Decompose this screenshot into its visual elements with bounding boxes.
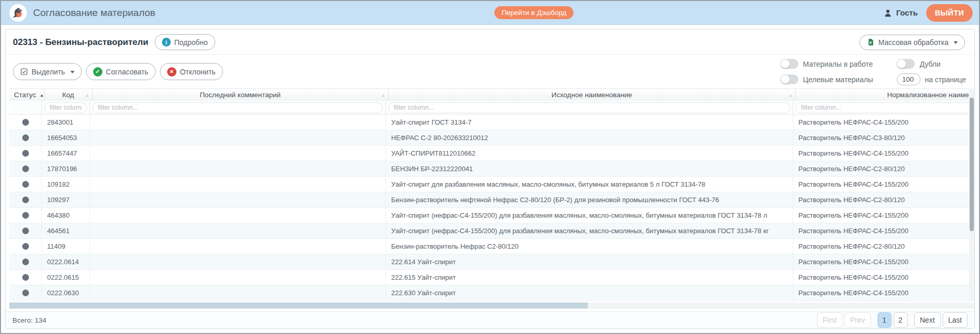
filter-input-code[interactable] [44, 102, 87, 113]
sort-asc-icon: ▲ [40, 93, 44, 98]
cell-code: 17870196 [42, 161, 90, 176]
toggle-switch-icon[interactable] [897, 59, 915, 69]
x-circle-icon: ✕ [167, 67, 176, 77]
column-header-normalized-name[interactable]: Нормализованное наименование [796, 89, 974, 101]
table-row[interactable]: 0222.0615 222.615 Уайт-спирит Растворите… [9, 270, 974, 285]
cell-code: 0222.0614 [42, 254, 90, 269]
cell-source-name: 222.614 Уайт-спирит [386, 254, 793, 269]
cell-comment [90, 177, 386, 192]
cell-comment [90, 115, 386, 130]
cell-comment [90, 239, 386, 254]
status-dot-icon [22, 274, 29, 281]
table-row[interactable]: 464380 Уайт-спирит (нефрас-С4-155/200) д… [9, 208, 974, 223]
toggle-target-materials[interactable]: Целевые материалы [780, 74, 873, 84]
go-to-dashboard-button[interactable]: Перейти в Дэшборд [494, 6, 573, 19]
status-dot-icon [22, 212, 29, 219]
cell-source-name: Бензин-растворитель Нефрас С2-80/120 [386, 239, 793, 254]
cell-status [9, 115, 42, 130]
cell-comment [90, 285, 386, 300]
select-button-label: Выделить [32, 68, 65, 76]
sort-icon: ▲ [789, 93, 793, 98]
logout-button[interactable]: ВЫЙТИ [926, 4, 973, 22]
column-header-code[interactable]: Код ▲ [44, 89, 93, 101]
toolbar: Выделить ✓ Согласовать ✕ Отклонить Матер… [6, 55, 974, 88]
toggle-switch-icon[interactable] [780, 59, 798, 69]
sort-icon: ▲ [85, 93, 90, 98]
cell-comment [90, 254, 386, 269]
table-header-row: Статус ▲ Код ▲ Последний комментарий ▲ И… [9, 88, 974, 101]
toggle-label: Материалы в работе [803, 60, 873, 68]
toggle-label: Целевые материалы [803, 75, 873, 84]
cell-code: 464380 [42, 208, 90, 223]
pagination-prev-button[interactable]: Prev [844, 312, 871, 328]
cell-normalized-name: Растворитель НЕФРАС-С4-155/200 [793, 208, 974, 223]
cell-code: 464561 [42, 223, 90, 238]
toggle-duplicates[interactable]: Дубли [897, 59, 966, 69]
table-row[interactable]: 2843001 Уайт-спирит ГОСТ 3134-7 Раствори… [9, 115, 974, 130]
cell-comment [90, 130, 386, 145]
horizontal-scrollbar-thumb[interactable] [9, 302, 588, 309]
details-button[interactable]: i Подробно [155, 34, 215, 50]
table-row[interactable]: 109297 Бензин-растворитель нефтяной Нефр… [9, 192, 974, 208]
status-dot-icon [22, 181, 29, 188]
page-size-input[interactable] [897, 73, 920, 85]
filter-input-normalized-name[interactable] [796, 102, 974, 113]
cell-source-name: Уайт-спирит (нефрас-С4-155/200) для разб… [386, 208, 793, 223]
column-header-comment[interactable]: Последний комментарий ▲ [93, 89, 389, 101]
status-dot-icon [22, 227, 29, 234]
vertical-scrollbar-thumb[interactable] [970, 98, 974, 231]
table-row[interactable]: 11409 Бензин-растворитель Нефрас С2-80/1… [9, 239, 974, 254]
filter-input-source-name[interactable] [389, 102, 790, 113]
column-label: Исходное наименование [552, 91, 632, 99]
pagination: FirstPrev12NextLast [817, 312, 968, 328]
table-row[interactable]: 109182 Уайт-спирит для разбавления масля… [9, 177, 974, 192]
cell-normalized-name: Растворитель НЕФРАС-С4-155/200 [793, 270, 974, 285]
pagination-first-button[interactable]: First [817, 312, 842, 328]
details-button-label: Подробно [174, 38, 208, 47]
reject-button-label: Отклонить [180, 68, 216, 76]
top-header: Согласование материалов Перейти в Дэшбор… [1, 1, 979, 25]
bird-icon [12, 7, 24, 19]
toggle-label: Дубли [919, 60, 940, 68]
bulk-processing-button[interactable]: Массовая обработка [859, 35, 965, 50]
table-row[interactable]: 0222.0630 222.630 Уайт-спирит Растворите… [9, 285, 974, 301]
pagination-last-button[interactable]: Last [943, 312, 968, 328]
approve-button[interactable]: ✓ Согласовать [86, 63, 156, 80]
table-row[interactable]: 16654053 НЕФРАС С-2 80-202633210012 Раст… [9, 130, 974, 146]
approve-button-label: Согласовать [106, 68, 149, 76]
pagination-1-button[interactable]: 1 [878, 312, 892, 328]
pagination-next-button[interactable]: Next [914, 312, 941, 328]
toggle-switch-icon[interactable] [780, 74, 798, 84]
table-row[interactable]: 16657447 УАЙТ-СПИРИТ8112010662 Растворит… [9, 146, 974, 161]
filter-input-comment[interactable] [93, 102, 383, 113]
excel-file-icon [867, 38, 874, 46]
table-row[interactable]: 0222.0614 222.614 Уайт-спирит Растворите… [9, 254, 974, 270]
cell-code: 11409 [42, 239, 90, 254]
cell-comment [90, 223, 386, 238]
toggle-materials-in-progress[interactable]: Материалы в работе [780, 59, 873, 69]
vertical-scrollbar[interactable] [969, 88, 974, 301]
cell-status [9, 208, 42, 223]
select-button[interactable]: Выделить [13, 63, 82, 80]
caret-down-icon [954, 41, 958, 44]
cell-comment [90, 192, 386, 207]
cell-code: 109182 [42, 177, 90, 192]
cell-source-name: Уайт-спирит ГОСТ 3134-7 [386, 115, 793, 130]
pagination-2-button[interactable]: 2 [894, 312, 908, 328]
cell-status [9, 177, 42, 192]
cell-comment [90, 208, 386, 223]
table-row[interactable]: 464561 Уайт-спирит (нефрас-С4-155/200) д… [9, 223, 974, 239]
table-row[interactable]: 17870196 БЕНЗИН БР-22312220041 Растворит… [9, 161, 974, 177]
cell-normalized-name: Растворитель НЕФРАС-С4-155/200 [793, 285, 974, 300]
status-dot-icon [22, 290, 29, 296]
reject-button[interactable]: ✕ Отклонить [160, 63, 223, 80]
column-header-status[interactable]: Статус ▲ [9, 89, 44, 101]
horizontal-scrollbar[interactable] [9, 302, 974, 309]
cell-status [9, 285, 42, 300]
person-icon [883, 8, 893, 18]
cell-status [9, 239, 42, 254]
status-dot-icon [22, 259, 29, 265]
column-header-source-name[interactable]: Исходное наименование ▲ [389, 89, 796, 101]
cell-comment [90, 161, 386, 176]
cell-status [9, 161, 42, 176]
